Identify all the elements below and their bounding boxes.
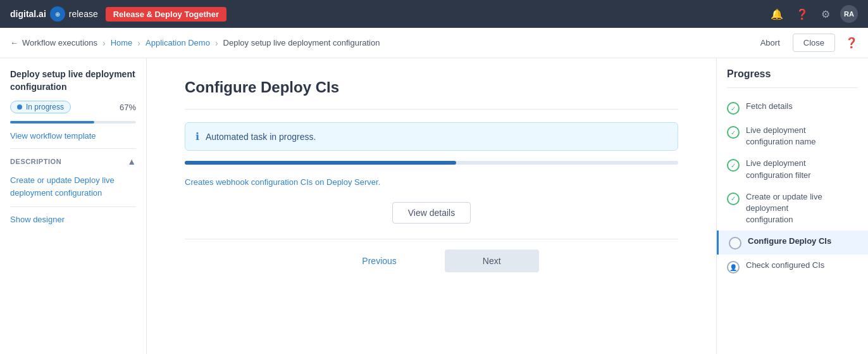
description-label: DESCRIPTION (10, 158, 61, 165)
close-button[interactable]: Close (793, 34, 835, 52)
content-area: Configure Deploy CIs ℹ Automated task in… (147, 58, 716, 354)
creates-text: Creates webhook configuration CIs on Dep… (185, 177, 678, 187)
description-collapse-icon[interactable]: ▲ (127, 156, 136, 167)
progress-step-6: 👤 Check configured CIs (727, 255, 858, 279)
breadcrumb-sep-3: › (215, 38, 218, 48)
view-details-button[interactable]: View details (392, 202, 471, 224)
next-button[interactable]: Next (445, 250, 539, 272)
step-label-3: Live deploymentconfiguration filter (746, 158, 811, 180)
status-row: In progress 67% (10, 101, 136, 113)
content-title: Configure Deploy CIs (185, 79, 678, 96)
step-label-4: Create or update livedeploymentconfigura… (746, 191, 822, 226)
sidebar-divider-1 (10, 148, 136, 149)
step-label-1: Fetch details (746, 101, 793, 112)
help-circle-icon[interactable]: ❓ (793, 6, 811, 23)
back-arrow-icon: ← (10, 38, 18, 47)
breadcrumb-sep-2: › (137, 38, 140, 48)
in-progress-dot (17, 104, 22, 110)
progress-step-5-active: Configure Deploy CIs (717, 231, 868, 255)
description-text: Create or update Deploy live deployment … (10, 174, 136, 199)
check-icon-4: ✓ (727, 193, 740, 205)
settings-icon[interactable]: ⚙ (819, 6, 833, 23)
progress-step-1: ✓ Fetch details (727, 96, 858, 120)
progress-step-4: ✓ Create or update livedeploymentconfigu… (727, 186, 858, 231)
show-designer-link[interactable]: Show designer (10, 215, 136, 224)
step-label-2: Live deploymentconfiguration name (746, 125, 816, 148)
in-progress-badge: In progress (10, 101, 71, 113)
main-layout: Deploy setup live deployment configurati… (0, 58, 868, 354)
person-icon-6: 👤 (727, 261, 740, 274)
content-top-divider (185, 109, 678, 110)
release-deploy-badge[interactable]: Release & Deploy Together (106, 7, 226, 22)
step-label-6: Check configured CIs (746, 260, 824, 271)
breadcrumb-bar: ← Workflow executions › Home › Applicati… (0, 28, 868, 58)
check-icon-2: ✓ (727, 126, 740, 139)
right-panel: Progress ✓ Fetch details ✓ Live deployme… (716, 58, 868, 354)
bottom-divider (185, 239, 678, 239)
logo-area: digital.ai ⊕ release (10, 6, 98, 22)
abort-button[interactable]: Abort (753, 34, 788, 51)
progress-bar-bg (10, 121, 136, 123)
home-breadcrumb[interactable]: Home (111, 38, 133, 47)
back-button[interactable]: ← Workflow executions (10, 38, 97, 47)
current-breadcrumb: Deploy setup live deployment configurati… (223, 38, 380, 47)
progress-step-2: ✓ Live deploymentconfiguration name (727, 120, 858, 153)
step-label-5: Configure Deploy CIs (748, 236, 831, 247)
breadcrumb-help-icon[interactable]: ❓ (845, 37, 858, 49)
description-header: DESCRIPTION ▲ (10, 156, 136, 167)
progress-step-3: ✓ Live deploymentconfiguration filter (727, 153, 858, 186)
progress-percentage: 67% (120, 103, 136, 112)
workflow-executions-link[interactable]: Workflow executions (22, 38, 97, 47)
circle-icon-5 (729, 237, 741, 250)
digital-ai-text: digital.ai (10, 9, 46, 19)
sidebar-title: Deploy setup live deployment configurati… (10, 68, 136, 93)
alert-box: ℹ Automated task in progress. (185, 122, 678, 151)
task-progress-bar-bg (185, 161, 678, 165)
app-demo-breadcrumb[interactable]: Application Demo (146, 38, 210, 47)
alert-text: Automated task in progress. (206, 132, 316, 142)
breadcrumb-sep-1: › (102, 38, 106, 48)
previous-button[interactable]: Previous (324, 250, 434, 272)
sidebar: Deploy setup live deployment configurati… (0, 58, 147, 354)
avatar[interactable]: RA (840, 5, 858, 23)
check-icon-3: ✓ (727, 159, 740, 172)
nav-buttons: Previous Next (185, 250, 678, 272)
top-nav: digital.ai ⊕ release Release & Deploy To… (0, 0, 868, 28)
release-text: release (69, 9, 98, 19)
right-divider (727, 87, 858, 88)
release-icon: ⊕ (50, 6, 65, 22)
progress-panel-title: Progress (727, 68, 858, 80)
task-progress-bar-fill (185, 161, 456, 165)
check-icon-1: ✓ (727, 102, 740, 115)
progress-bar-fill (10, 121, 94, 123)
bell-icon[interactable]: 🔔 (768, 6, 786, 23)
sidebar-divider-2 (10, 206, 136, 207)
info-icon: ℹ (195, 130, 199, 142)
view-workflow-template-link[interactable]: View workflow template (10, 131, 136, 141)
status-label: In progress (26, 103, 64, 111)
